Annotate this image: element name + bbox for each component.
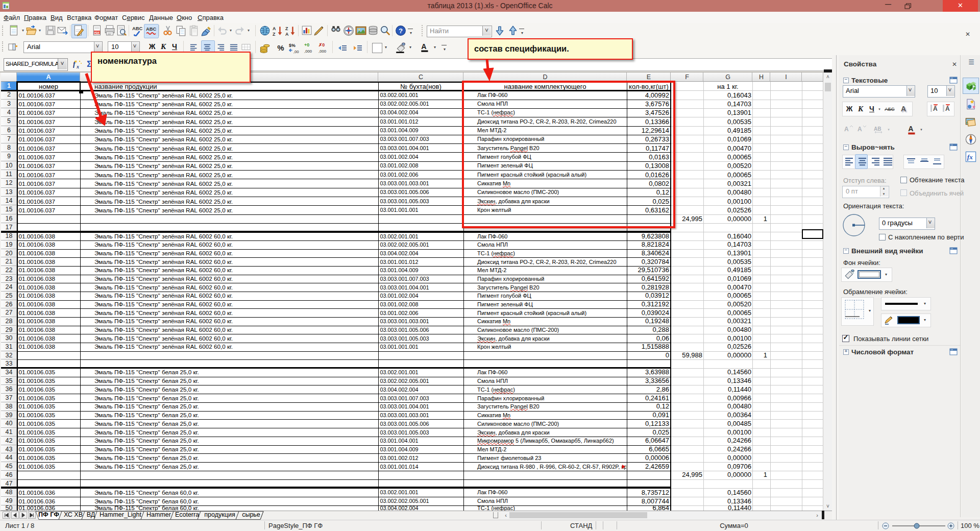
svg-text:,000: ,000 bbox=[304, 49, 312, 54]
svg-text:А: А bbox=[857, 126, 862, 133]
svg-text:ABC: ABC bbox=[132, 26, 142, 31]
svg-text:,00: ,00 bbox=[293, 50, 299, 54]
svg-text:А: А bbox=[933, 105, 938, 112]
svg-text:$%: $% bbox=[289, 43, 296, 48]
svg-text:PDF: PDF bbox=[94, 31, 100, 34]
svg-text:АВ: АВ bbox=[874, 126, 881, 132]
svg-text:fx: fx bbox=[967, 153, 973, 161]
svg-text:✗0: ✗0 bbox=[318, 42, 325, 47]
svg-text:?: ? bbox=[399, 27, 403, 35]
svg-text:N: N bbox=[970, 135, 972, 138]
svg-text:ABC: ABC bbox=[146, 27, 156, 32]
svg-text:А: А bbox=[908, 125, 913, 133]
svg-text:А: А bbox=[421, 42, 426, 51]
svg-text:+0: +0 bbox=[304, 42, 309, 47]
svg-text:Z: Z bbox=[273, 32, 276, 36]
svg-text:A: A bbox=[285, 32, 289, 36]
svg-text:A: A bbox=[273, 26, 276, 31]
svg-text:x: x bbox=[76, 64, 79, 69]
svg-text:А: А bbox=[945, 105, 950, 112]
svg-text:Z: Z bbox=[285, 26, 288, 31]
svg-text:А: А bbox=[844, 126, 849, 133]
svg-text:,000: ,000 bbox=[318, 49, 326, 54]
